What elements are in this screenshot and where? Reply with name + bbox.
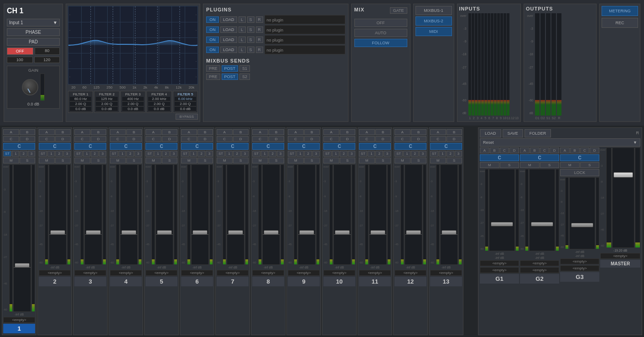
btn-b-3[interactable]: B bbox=[91, 129, 107, 135]
btn-st-10[interactable]: ST bbox=[323, 151, 332, 157]
btn-d-6[interactable]: D bbox=[197, 136, 213, 142]
btn-st-6[interactable]: ST bbox=[181, 151, 189, 157]
g1-btn-c[interactable]: C bbox=[500, 147, 509, 153]
btn-c-7[interactable]: C bbox=[217, 136, 233, 142]
g1-btn-m[interactable]: M bbox=[480, 162, 499, 168]
btn-num3-4[interactable]: 3 bbox=[135, 151, 142, 157]
g3-btn-b[interactable]: B bbox=[570, 147, 580, 153]
btn-num3-2[interactable]: 3 bbox=[63, 151, 71, 157]
btn-m-3[interactable]: M bbox=[74, 158, 90, 163]
btn-s-13[interactable]: S bbox=[447, 158, 462, 163]
plugin-l-2[interactable]: L bbox=[239, 26, 246, 33]
btn-a-1[interactable]: A bbox=[3, 129, 19, 135]
mix-off-button[interactable]: OFF bbox=[354, 19, 407, 27]
fader-track-9[interactable] bbox=[298, 164, 316, 265]
btn-m-8[interactable]: M bbox=[252, 158, 268, 163]
btn-c-2[interactable]: C bbox=[39, 136, 55, 142]
channel-num-5[interactable]: 5 bbox=[145, 277, 177, 286]
off-button[interactable]: OFF bbox=[7, 47, 33, 55]
btn-st-2[interactable]: ST bbox=[39, 151, 47, 157]
plugin-s-2[interactable]: S bbox=[247, 26, 254, 33]
s2-button[interactable]: S2 bbox=[239, 74, 250, 80]
btn-st-8[interactable]: ST bbox=[252, 151, 260, 157]
btn-num1-3[interactable]: 1 bbox=[83, 151, 90, 157]
pre-button-1[interactable]: PRE bbox=[206, 65, 220, 72]
btn-c-5[interactable]: C bbox=[145, 136, 161, 142]
btn-num3-9[interactable]: 3 bbox=[312, 151, 320, 157]
channel-num-1[interactable]: 1 bbox=[3, 324, 35, 333]
btn-m-6[interactable]: M bbox=[181, 158, 197, 163]
btn-num3-13[interactable]: 3 bbox=[455, 151, 462, 157]
btn-num2-9[interactable]: 2 bbox=[304, 151, 312, 157]
plugin-r-4[interactable]: R bbox=[256, 47, 263, 53]
btn-d-3[interactable]: D bbox=[91, 136, 107, 142]
btn-num1-5[interactable]: 1 bbox=[154, 151, 161, 157]
btn-m-10[interactable]: M bbox=[323, 158, 339, 163]
btn-num3-3[interactable]: 3 bbox=[99, 151, 106, 157]
btn-s-10[interactable]: S bbox=[340, 158, 356, 163]
channel-num-10[interactable]: 10 bbox=[323, 277, 355, 286]
strip-c-main-1[interactable]: C bbox=[3, 143, 35, 150]
channel-num-8[interactable]: 8 bbox=[252, 277, 284, 286]
save-button[interactable]: SAVE bbox=[503, 129, 523, 137]
fader-track-12[interactable] bbox=[405, 164, 422, 265]
mix-auto-button[interactable]: AUTO bbox=[354, 29, 407, 37]
btn-num2-4[interactable]: 2 bbox=[126, 151, 134, 157]
btn-num1-10[interactable]: 1 bbox=[332, 151, 339, 157]
g2-btn-m[interactable]: M bbox=[520, 162, 540, 168]
fader-track-1[interactable] bbox=[13, 164, 31, 312]
btn-num2-7[interactable]: 2 bbox=[233, 151, 240, 157]
channel-num-7[interactable]: 7 bbox=[217, 277, 249, 286]
strip-c-main-13[interactable]: C bbox=[430, 143, 462, 150]
g3-btn-a[interactable]: A bbox=[560, 147, 570, 153]
mixbus2-button[interactable]: MIXBUS-2 bbox=[415, 16, 452, 26]
mix-follow-button[interactable]: FOLLOW bbox=[354, 39, 407, 47]
btn-num1-7[interactable]: 1 bbox=[225, 151, 233, 157]
btn-num2-10[interactable]: 2 bbox=[340, 151, 347, 157]
btn-st-5[interactable]: ST bbox=[145, 151, 154, 157]
btn-num3-5[interactable]: 3 bbox=[170, 151, 177, 157]
btn-num3-12[interactable]: 3 bbox=[419, 151, 426, 157]
strip-c-main-11[interactable]: C bbox=[359, 143, 391, 150]
g2-c-btn[interactable]: C bbox=[520, 154, 559, 161]
plugin-on-1[interactable]: ON bbox=[206, 16, 219, 23]
btn-st-11[interactable]: ST bbox=[359, 151, 367, 157]
g3-c-btn[interactable]: C bbox=[560, 154, 599, 161]
btn-b-9[interactable]: B bbox=[304, 129, 320, 135]
btn-c-11[interactable]: C bbox=[359, 136, 375, 142]
btn-m-4[interactable]: M bbox=[110, 158, 126, 163]
btn-num2-5[interactable]: 2 bbox=[162, 151, 169, 157]
btn-s-8[interactable]: S bbox=[269, 158, 285, 163]
btn-s-6[interactable]: S bbox=[197, 158, 213, 163]
g2-num[interactable]: G2 bbox=[520, 274, 559, 284]
g3-btn-m[interactable]: M bbox=[560, 162, 580, 168]
g1-btn-d[interactable]: D bbox=[509, 147, 519, 153]
btn-a-12[interactable]: A bbox=[395, 129, 410, 135]
btn-b-12[interactable]: B bbox=[411, 129, 427, 135]
btn-m-1[interactable]: M bbox=[3, 158, 19, 163]
btn-b-7[interactable]: B bbox=[233, 129, 249, 135]
plugin-l-1[interactable]: L bbox=[239, 16, 246, 23]
plugin-l-4[interactable]: L bbox=[239, 47, 246, 53]
preset-select[interactable]: Reset ▼ bbox=[480, 138, 640, 147]
btn-num2-12[interactable]: 2 bbox=[411, 151, 418, 157]
btn-num3-7[interactable]: 3 bbox=[241, 151, 249, 157]
plugin-load-1[interactable]: LOAD bbox=[220, 16, 237, 23]
btn-a-8[interactable]: A bbox=[252, 129, 268, 135]
g3-fader-track[interactable] bbox=[569, 177, 595, 249]
g1-btn-a[interactable]: A bbox=[480, 147, 489, 153]
fader-track-8[interactable] bbox=[262, 164, 280, 265]
channel-num-13[interactable]: 13 bbox=[430, 277, 462, 286]
fader-track-3[interactable] bbox=[84, 164, 102, 265]
btn-s-5[interactable]: S bbox=[162, 158, 178, 163]
g1-fader-track[interactable] bbox=[489, 169, 515, 251]
plugin-on-3[interactable]: ON bbox=[206, 37, 219, 43]
btn-num3-8[interactable]: 3 bbox=[277, 151, 284, 157]
btn-c-13[interactable]: C bbox=[430, 136, 446, 142]
fader-track-7[interactable] bbox=[227, 164, 244, 265]
btn-num2-8[interactable]: 2 bbox=[269, 151, 276, 157]
btn-c-4[interactable]: C bbox=[110, 136, 126, 142]
g2-btn-a[interactable]: A bbox=[520, 147, 530, 153]
btn-b-2[interactable]: B bbox=[55, 129, 71, 135]
btn-d-5[interactable]: D bbox=[162, 136, 178, 142]
